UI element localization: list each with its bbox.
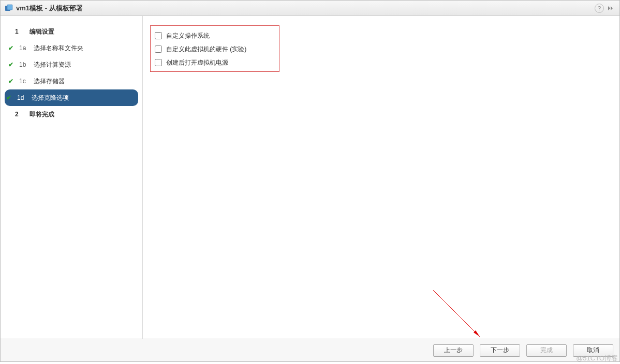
step-number: 1d (13, 94, 32, 101)
dialog-footer: 上一步 下一步 完成 取消 (1, 339, 619, 361)
wizard-step-edit-settings[interactable]: 1 编辑设置 (1, 23, 142, 40)
option-customize-os[interactable]: 自定义操作系统 (155, 29, 275, 42)
forward-icon[interactable] (606, 4, 615, 13)
checkbox-customize-os[interactable] (155, 32, 162, 39)
wizard-content: 自定义操作系统 自定义此虚拟机的硬件 (实验) 创建后打开虚拟机电源 (143, 16, 619, 339)
vm-template-icon (5, 4, 13, 12)
option-power-on[interactable]: 创建后打开虚拟机电源 (155, 56, 275, 69)
step-label: 选择存储器 (34, 77, 65, 86)
svg-line-2 (433, 290, 480, 337)
checkbox-customize-hardware[interactable] (155, 46, 162, 53)
wizard-step-select-name-folder[interactable]: ✔ 1a 选择名称和文件夹 (1, 40, 142, 56)
check-icon: ✔ (7, 44, 15, 52)
step-number: 1c (15, 78, 34, 85)
check-icon: ✔ (7, 61, 15, 68)
step-label: 选择克隆选项 (32, 94, 69, 102)
dialog-body: 1 编辑设置 ✔ 1a 选择名称和文件夹 ✔ 1b 选择计算资源 ✔ 1c 选择… (1, 16, 619, 339)
option-label: 自定义操作系统 (166, 32, 210, 40)
deploy-wizard-dialog: vm1模板 - 从模板部署 ? 1 编辑设置 ✔ 1a 选择名称和文件夹 ✔ 1… (0, 0, 620, 362)
clone-options-box: 自定义操作系统 自定义此虚拟机的硬件 (实验) 创建后打开虚拟机电源 (150, 25, 279, 72)
step-label: 选择计算资源 (34, 60, 71, 69)
check-icon: ✔ (7, 78, 15, 85)
titlebar: vm1模板 - 从模板部署 ? (1, 1, 619, 16)
svg-rect-1 (7, 5, 12, 10)
step-label: 编辑设置 (29, 27, 54, 36)
finish-button[interactable]: 完成 (526, 344, 567, 357)
svg-marker-3 (474, 330, 480, 337)
cancel-button[interactable]: 取消 (573, 344, 613, 357)
wizard-steps-sidebar: 1 编辑设置 ✔ 1a 选择名称和文件夹 ✔ 1b 选择计算资源 ✔ 1c 选择… (1, 16, 143, 339)
option-label: 创建后打开虚拟机电源 (166, 58, 228, 67)
option-customize-hardware[interactable]: 自定义此虚拟机的硬件 (实验) (155, 42, 275, 56)
step-number: 1b (15, 61, 34, 68)
next-button[interactable]: 下一步 (480, 344, 520, 357)
checkbox-power-on[interactable] (155, 59, 162, 66)
wizard-step-select-compute[interactable]: ✔ 1b 选择计算资源 (1, 56, 142, 73)
dialog-title: vm1模板 - 从模板部署 (16, 4, 593, 13)
check-icon: ✔ (5, 94, 13, 101)
back-button[interactable]: 上一步 (433, 344, 474, 357)
step-number: 2 (15, 111, 29, 118)
step-label: 选择名称和文件夹 (34, 44, 83, 53)
annotation-arrow-icon (428, 285, 490, 339)
option-label: 自定义此虚拟机的硬件 (实验) (166, 45, 246, 54)
step-number: 1 (15, 28, 29, 35)
step-number: 1a (15, 44, 34, 52)
step-label: 即将完成 (29, 110, 54, 119)
wizard-step-select-storage[interactable]: ✔ 1c 选择存储器 (1, 73, 142, 89)
wizard-step-ready-complete[interactable]: 2 即将完成 (1, 106, 142, 123)
help-icon[interactable]: ? (595, 4, 604, 13)
wizard-step-clone-options[interactable]: ✔ 1d 选择克隆选项 (5, 89, 138, 106)
